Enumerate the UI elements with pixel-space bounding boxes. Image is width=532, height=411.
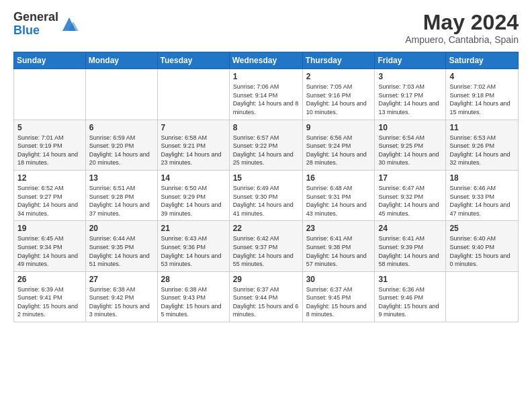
table-cell: 1Sunrise: 7:06 AM Sunset: 9:14 PM Daylig… [229, 69, 302, 120]
day-info: Sunrise: 6:53 AM Sunset: 9:26 PM Dayligh… [449, 134, 515, 167]
day-number: 25 [449, 224, 515, 233]
header-friday: Friday [375, 52, 446, 69]
day-info: Sunrise: 6:49 AM Sunset: 9:30 PM Dayligh… [233, 184, 299, 218]
table-cell: 2Sunrise: 7:05 AM Sunset: 9:16 PM Daylig… [302, 69, 375, 120]
day-info: Sunrise: 6:48 AM Sunset: 9:31 PM Dayligh… [306, 184, 371, 218]
day-number: 6 [89, 123, 154, 132]
table-cell: 30Sunrise: 6:37 AM Sunset: 9:45 PM Dayli… [302, 271, 375, 322]
week-row-2: 5Sunrise: 7:01 AM Sunset: 9:19 PM Daylig… [14, 120, 519, 170]
table-cell: 20Sunrise: 6:44 AM Sunset: 9:35 PM Dayli… [85, 221, 157, 271]
day-number: 29 [233, 275, 299, 284]
day-info: Sunrise: 6:47 AM Sunset: 9:32 PM Dayligh… [378, 184, 442, 218]
table-cell: 4Sunrise: 7:02 AM Sunset: 9:18 PM Daylig… [446, 69, 519, 120]
week-row-5: 26Sunrise: 6:39 AM Sunset: 9:41 PM Dayli… [14, 271, 519, 322]
table-cell: 19Sunrise: 6:45 AM Sunset: 9:34 PM Dayli… [14, 221, 86, 271]
logo-general-text: General [13, 10, 58, 24]
header-tuesday: Tuesday [157, 52, 229, 69]
header-wednesday: Wednesday [229, 52, 302, 69]
day-number: 28 [161, 275, 226, 284]
day-number: 5 [17, 123, 82, 132]
table-cell: 26Sunrise: 6:39 AM Sunset: 9:41 PM Dayli… [14, 271, 86, 322]
location: Ampuero, Cantabria, Spain [405, 34, 519, 45]
day-number: 15 [233, 173, 299, 183]
day-number: 24 [378, 224, 442, 233]
day-number: 7 [161, 123, 226, 132]
calendar-table: Sunday Monday Tuesday Wednesday Thursday… [13, 52, 519, 322]
table-cell: 27Sunrise: 6:38 AM Sunset: 9:42 PM Dayli… [85, 271, 157, 322]
day-number: 9 [306, 123, 371, 132]
table-cell: 11Sunrise: 6:53 AM Sunset: 9:26 PM Dayli… [446, 120, 519, 170]
day-info: Sunrise: 7:06 AM Sunset: 9:14 PM Dayligh… [233, 83, 299, 116]
day-number: 26 [17, 275, 82, 284]
table-cell: 31Sunrise: 6:36 AM Sunset: 9:46 PM Dayli… [375, 271, 446, 322]
day-number: 30 [306, 275, 371, 284]
logo-icon [60, 15, 79, 34]
header-monday: Monday [85, 52, 157, 69]
day-info: Sunrise: 6:41 AM Sunset: 9:39 PM Dayligh… [378, 234, 442, 268]
table-cell: 28Sunrise: 6:38 AM Sunset: 9:43 PM Dayli… [157, 271, 229, 322]
day-number: 3 [378, 72, 442, 81]
header: General Blue May 2024 Ampuero, Cantabria… [13, 11, 519, 45]
day-info: Sunrise: 6:38 AM Sunset: 9:42 PM Dayligh… [89, 285, 154, 319]
day-info: Sunrise: 6:50 AM Sunset: 9:29 PM Dayligh… [161, 184, 226, 218]
day-number: 21 [161, 224, 226, 233]
table-cell: 23Sunrise: 6:41 AM Sunset: 9:38 PM Dayli… [302, 221, 375, 271]
table-cell: 15Sunrise: 6:49 AM Sunset: 9:30 PM Dayli… [229, 170, 302, 220]
day-number: 12 [17, 173, 82, 183]
day-info: Sunrise: 6:59 AM Sunset: 9:20 PM Dayligh… [89, 134, 154, 167]
day-number: 18 [449, 173, 515, 183]
table-cell: 22Sunrise: 6:42 AM Sunset: 9:37 PM Dayli… [229, 221, 302, 271]
day-info: Sunrise: 6:38 AM Sunset: 9:43 PM Dayligh… [161, 285, 226, 319]
table-cell [14, 69, 86, 120]
week-row-3: 12Sunrise: 6:52 AM Sunset: 9:27 PM Dayli… [14, 170, 519, 220]
week-row-4: 19Sunrise: 6:45 AM Sunset: 9:34 PM Dayli… [14, 221, 519, 271]
day-info: Sunrise: 6:44 AM Sunset: 9:35 PM Dayligh… [89, 234, 154, 268]
day-number: 2 [306, 72, 371, 81]
day-info: Sunrise: 6:52 AM Sunset: 9:27 PM Dayligh… [17, 184, 82, 218]
day-number: 13 [89, 173, 154, 183]
day-info: Sunrise: 6:40 AM Sunset: 9:40 PM Dayligh… [449, 234, 515, 268]
table-cell: 13Sunrise: 6:51 AM Sunset: 9:28 PM Dayli… [85, 170, 157, 220]
table-cell: 16Sunrise: 6:48 AM Sunset: 9:31 PM Dayli… [302, 170, 375, 220]
day-number: 23 [306, 224, 371, 233]
day-number: 14 [161, 173, 226, 183]
page: General Blue May 2024 Ampuero, Cantabria… [0, 0, 532, 411]
header-saturday: Saturday [446, 52, 519, 69]
day-info: Sunrise: 6:42 AM Sunset: 9:37 PM Dayligh… [233, 234, 299, 268]
table-cell [85, 69, 157, 120]
day-info: Sunrise: 6:37 AM Sunset: 9:44 PM Dayligh… [233, 285, 299, 319]
day-number: 8 [233, 123, 299, 132]
logo: General Blue [13, 11, 79, 38]
table-cell: 12Sunrise: 6:52 AM Sunset: 9:27 PM Dayli… [14, 170, 86, 220]
header-sunday: Sunday [14, 52, 86, 69]
day-info: Sunrise: 7:05 AM Sunset: 9:16 PM Dayligh… [306, 83, 371, 116]
day-info: Sunrise: 6:41 AM Sunset: 9:38 PM Dayligh… [306, 234, 371, 268]
day-info: Sunrise: 6:39 AM Sunset: 9:41 PM Dayligh… [17, 285, 82, 319]
table-cell: 7Sunrise: 6:58 AM Sunset: 9:21 PM Daylig… [157, 120, 229, 170]
table-cell: 6Sunrise: 6:59 AM Sunset: 9:20 PM Daylig… [85, 120, 157, 170]
table-cell: 21Sunrise: 6:43 AM Sunset: 9:36 PM Dayli… [157, 221, 229, 271]
table-cell [157, 69, 229, 120]
table-cell: 5Sunrise: 7:01 AM Sunset: 9:19 PM Daylig… [14, 120, 86, 170]
day-number: 16 [306, 173, 371, 183]
day-info: Sunrise: 6:58 AM Sunset: 9:21 PM Dayligh… [161, 134, 226, 167]
day-info: Sunrise: 6:36 AM Sunset: 9:46 PM Dayligh… [378, 285, 442, 319]
table-cell: 3Sunrise: 7:03 AM Sunset: 9:17 PM Daylig… [375, 69, 446, 120]
day-info: Sunrise: 7:02 AM Sunset: 9:18 PM Dayligh… [449, 83, 515, 116]
week-row-1: 1Sunrise: 7:06 AM Sunset: 9:14 PM Daylig… [14, 69, 519, 120]
month-title: May 2024 [405, 11, 519, 34]
day-number: 10 [378, 123, 442, 132]
table-cell: 14Sunrise: 6:50 AM Sunset: 9:29 PM Dayli… [157, 170, 229, 220]
day-info: Sunrise: 6:37 AM Sunset: 9:45 PM Dayligh… [306, 285, 371, 319]
table-cell: 8Sunrise: 6:57 AM Sunset: 9:22 PM Daylig… [229, 120, 302, 170]
day-number: 19 [17, 224, 82, 233]
day-info: Sunrise: 6:54 AM Sunset: 9:25 PM Dayligh… [378, 134, 442, 167]
day-info: Sunrise: 6:46 AM Sunset: 9:33 PM Dayligh… [449, 184, 515, 218]
day-info: Sunrise: 6:51 AM Sunset: 9:28 PM Dayligh… [89, 184, 154, 218]
header-thursday: Thursday [302, 52, 375, 69]
table-cell: 29Sunrise: 6:37 AM Sunset: 9:44 PM Dayli… [229, 271, 302, 322]
day-number: 20 [89, 224, 154, 233]
table-cell: 18Sunrise: 6:46 AM Sunset: 9:33 PM Dayli… [446, 170, 519, 220]
table-cell: 24Sunrise: 6:41 AM Sunset: 9:39 PM Dayli… [375, 221, 446, 271]
day-number: 27 [89, 275, 154, 284]
